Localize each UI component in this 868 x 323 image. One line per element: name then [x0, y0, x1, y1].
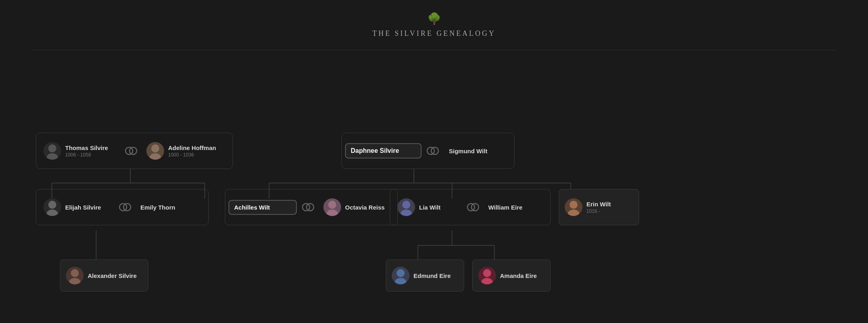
svg-point-36: [568, 210, 579, 216]
alexander-avatar: [66, 267, 84, 284]
edmund-card[interactable]: Edmund Eire: [386, 259, 464, 292]
alexander-card[interactable]: Alexander Silvire: [60, 259, 148, 292]
svg-point-38: [69, 278, 80, 284]
tree-container: Thomas Silvire 1006 - 1058 Adeline Hoffm…: [12, 54, 856, 323]
erin-avatar: [565, 198, 582, 216]
lia-william-ring: [465, 199, 481, 215]
daphnee-sigmund-group: Daphnee Silvire Sigmund Wilt: [341, 133, 514, 169]
thomas-avatar: [43, 142, 61, 160]
svg-point-37: [71, 269, 79, 277]
adeline-dates: 1000 - 1036: [168, 152, 216, 158]
erin-dates: 1016 -: [586, 208, 611, 214]
elijah-avatar: [43, 198, 61, 216]
lia-william-group: Lia Wilt William Eire: [390, 189, 551, 225]
svg-point-29: [328, 201, 336, 209]
thomas-info: Thomas Silvire 1006 - 1058: [65, 144, 108, 158]
lia-avatar: [397, 198, 415, 216]
amanda-avatar: [478, 267, 496, 284]
amanda-card[interactable]: Amanda Eire: [472, 259, 551, 292]
achilles-card[interactable]: Achilles Wilt: [228, 200, 297, 215]
lia-name: Lia Wilt: [419, 204, 440, 211]
divider: [32, 50, 836, 50]
emily-card[interactable]: Emily Thorn: [136, 201, 193, 214]
elijah-emily-ring: [117, 199, 133, 215]
adeline-info: Adeline Hoffman 1000 - 1036: [168, 144, 216, 158]
achilles-octavia-ring: [300, 199, 316, 215]
adeline-name: Adeline Hoffman: [168, 144, 216, 151]
edmund-avatar: [392, 267, 409, 284]
svg-point-20: [150, 153, 161, 160]
lia-card[interactable]: Lia Wilt: [393, 195, 462, 219]
svg-point-15: [48, 144, 56, 152]
edmund-name: Edmund Eire: [413, 272, 451, 279]
octavia-avatar: [323, 198, 341, 216]
elijah-emily-group: Elijah Silvire Emily Thorn: [36, 189, 209, 225]
thomas-dates: 1006 - 1058: [65, 152, 108, 158]
elijah-card[interactable]: Elijah Silvire: [39, 195, 114, 219]
thomas-card[interactable]: Thomas Silvire 1006 - 1058: [39, 140, 120, 162]
daphnee-info: Daphnee Silvire: [351, 147, 399, 154]
alexander-name: Alexander Silvire: [88, 272, 137, 279]
thomas-adeline-group: Thomas Silvire 1006 - 1058 Adeline Hoffm…: [36, 133, 233, 169]
daphnee-sigmund-ring: [425, 143, 441, 159]
achilles-name: Achilles Wilt: [234, 204, 270, 211]
adeline-card[interactable]: Adeline Hoffman 1000 - 1036: [142, 140, 223, 162]
svg-point-16: [47, 153, 58, 160]
svg-point-35: [570, 201, 578, 209]
svg-point-31: [402, 201, 410, 209]
svg-point-32: [401, 210, 412, 216]
amanda-name: Amanda Eire: [500, 272, 537, 279]
sigmund-name: Sigmund Wilt: [449, 148, 487, 154]
thomas-name: Thomas Silvire: [65, 144, 108, 151]
svg-point-24: [47, 210, 58, 216]
svg-point-39: [397, 269, 405, 277]
erin-name: Erin Wilt: [586, 201, 611, 208]
octavia-name: Octavia Reiss: [345, 204, 385, 211]
svg-point-40: [395, 278, 406, 284]
header: 🌳 THE SILVIRE GENEALOGY: [372, 12, 496, 38]
tree-icon: 🌳: [427, 12, 441, 25]
svg-point-19: [151, 144, 159, 152]
sigmund-card[interactable]: Sigmund Wilt: [444, 144, 508, 158]
svg-point-42: [481, 278, 493, 284]
elijah-name: Elijah Silvire: [65, 204, 101, 211]
achilles-octavia-group: Achilles Wilt Octavia Reiss: [225, 189, 398, 225]
william-name: William Eire: [488, 204, 522, 211]
william-card[interactable]: William Eire: [484, 201, 545, 214]
daphnee-name: Daphnee Silvire: [351, 147, 399, 154]
erin-info: Erin Wilt 1016 -: [586, 201, 611, 214]
erin-card[interactable]: Erin Wilt 1016 -: [559, 189, 639, 225]
elijah-info: Elijah Silvire: [65, 204, 101, 211]
daphnee-card[interactable]: Daphnee Silvire: [345, 143, 422, 158]
thomas-adeline-ring: [123, 143, 139, 159]
page-title: THE SILVIRE GENEALOGY: [372, 29, 496, 38]
svg-point-41: [483, 269, 491, 277]
svg-point-30: [327, 210, 338, 216]
emily-name: Emily Thorn: [140, 204, 175, 211]
octavia-card[interactable]: Octavia Reiss: [319, 195, 394, 219]
svg-point-23: [48, 201, 56, 209]
adeline-avatar: [146, 142, 164, 160]
